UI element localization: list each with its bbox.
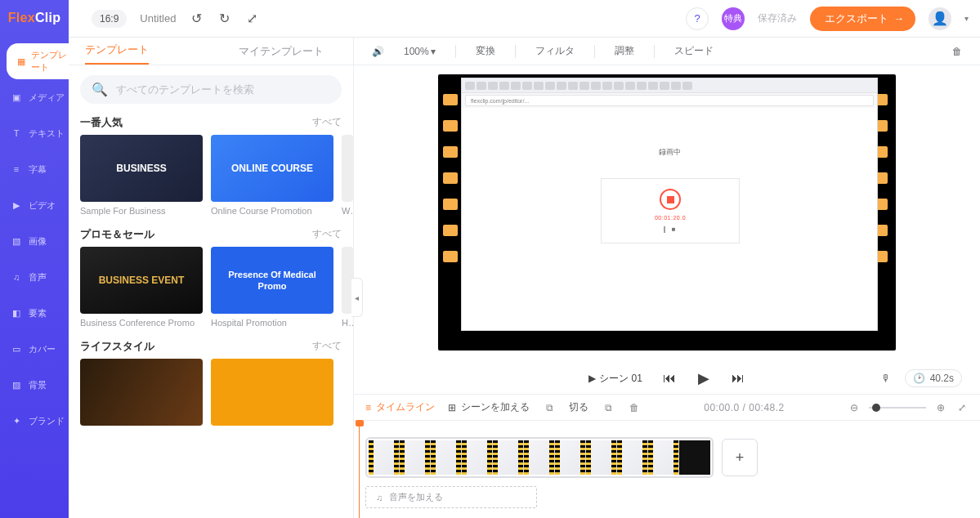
zoom-out-button[interactable]: ⊖: [848, 401, 861, 414]
template-thumb: Presence Of Medical Promo: [211, 247, 333, 314]
sidebar-item-template[interactable]: ▦テンプレート: [7, 43, 69, 79]
media-icon: ▣: [10, 91, 23, 104]
timeline[interactable]: + ♫音声を加える: [354, 420, 980, 518]
clip[interactable]: [617, 440, 648, 475]
filter-button[interactable]: フィルタ: [535, 44, 575, 58]
category-title: ライフスタイル: [80, 339, 154, 354]
add-scene-tile[interactable]: +: [722, 439, 758, 476]
promo-button[interactable]: 特典: [722, 7, 745, 30]
mic-button[interactable]: 🎙: [879, 371, 893, 386]
project-title[interactable]: Untitled: [140, 12, 176, 25]
sidebar-item-element[interactable]: ◧要素: [0, 295, 69, 331]
add-audio-slot[interactable]: ♫音声を加える: [365, 486, 537, 508]
template-search[interactable]: 🔍: [80, 75, 342, 104]
timeline-icon: ≡: [365, 402, 371, 413]
user-avatar[interactable]: 👤: [929, 7, 951, 30]
zoom-slider[interactable]: [869, 407, 926, 409]
next-button[interactable]: ⏭: [731, 371, 745, 386]
export-button[interactable]: エクスポート→: [810, 7, 915, 31]
category-all-link[interactable]: すべて: [312, 115, 342, 130]
templates-panel: テンプレート マイテンプレート 🔍 一番人気すべて BUSINESSSample…: [69, 38, 354, 518]
recording-controls: ‖ ■: [663, 226, 677, 233]
sidebar-item-subtitle[interactable]: ≡字幕: [0, 151, 69, 187]
sidebar-item-background[interactable]: ▨背景: [0, 367, 69, 403]
clip[interactable]: [369, 440, 400, 475]
clip[interactable]: [586, 440, 617, 475]
play-button[interactable]: ▶: [696, 371, 711, 386]
template-card[interactable]: Presence Of Medical PromoHospital Promot…: [211, 247, 333, 328]
zoom-select[interactable]: 100%▾: [404, 46, 436, 57]
sidebar-item-video[interactable]: ▶ビデオ: [0, 187, 69, 223]
fit-button[interactable]: ⤢: [955, 401, 969, 414]
clip[interactable]: [462, 440, 493, 475]
clip[interactable]: [679, 440, 710, 475]
element-icon: ◧: [10, 306, 23, 319]
template-thumb: BUSINESS EVENT: [80, 247, 203, 314]
preview-canvas[interactable]: flexclip.com/jp/editor/... 録画中 00:01:20.…: [438, 74, 896, 351]
template-thumb: [80, 359, 203, 426]
template-card[interactable]: ONLINE COURSEOnline Course Promotion: [211, 135, 333, 216]
save-status: 保存済み: [758, 11, 797, 25]
clip[interactable]: [648, 440, 679, 475]
sidebar-item-media[interactable]: ▣メディア: [0, 79, 69, 115]
clip[interactable]: [493, 440, 524, 475]
convert-button[interactable]: 変換: [476, 44, 495, 58]
timeline-tab[interactable]: ≡タイムライン: [365, 400, 435, 414]
clip[interactable]: [431, 440, 462, 475]
template-thumb-peek: [342, 135, 353, 202]
clip[interactable]: [400, 440, 431, 475]
music-icon: ♫: [376, 493, 383, 502]
template-card[interactable]: BUSINESSSample For Business: [80, 135, 203, 216]
add-scene-button[interactable]: ⊞シーンを加える: [448, 400, 530, 414]
prev-button[interactable]: ⏮: [662, 371, 677, 386]
clip-group[interactable]: [365, 437, 714, 478]
adjust-button[interactable]: 調整: [615, 44, 634, 58]
sidebar-item-image[interactable]: ▧画像: [0, 223, 69, 259]
zoom-in-button[interactable]: ⊕: [934, 401, 947, 414]
plus-box-icon: ⊞: [448, 402, 456, 413]
search-input[interactable]: [116, 83, 330, 96]
redo-button[interactable]: ↻: [217, 11, 231, 26]
volume-button[interactable]: 🔊: [372, 46, 384, 57]
delete-button[interactable]: 🗑: [952, 46, 962, 57]
tab-my-templates[interactable]: マイテンプレート: [239, 44, 324, 65]
duration-pill[interactable]: 🕑40.2s: [905, 369, 962, 387]
help-button[interactable]: ?: [686, 7, 709, 30]
sidebar-item-cover[interactable]: ▭カバー: [0, 331, 69, 367]
split-button[interactable]: 切る: [569, 400, 588, 414]
speed-button[interactable]: スピード: [674, 44, 714, 58]
template-card[interactable]: [80, 359, 203, 426]
scene-selector[interactable]: ▶ シーン 01: [588, 372, 642, 386]
aspect-ratio-button[interactable]: 16:9: [92, 10, 127, 28]
template-thumb: [211, 359, 333, 426]
logo: FlexClip: [8, 11, 61, 25]
sidebar-item-audio[interactable]: ♫音声: [0, 259, 69, 295]
sidebar-item-brand[interactable]: ✦ブランド: [0, 403, 69, 439]
cover-icon: ▭: [10, 342, 23, 355]
category-all-link[interactable]: すべて: [312, 227, 342, 242]
brand-icon: ✦: [10, 414, 23, 427]
top-bar: 16:9 Untitled ↺ ↻ ⤢ ? 特典 保存済み エクスポート→ 👤 …: [69, 0, 980, 38]
delete-clip-button[interactable]: 🗑: [628, 401, 641, 414]
template-card[interactable]: We: [342, 135, 353, 216]
template-card[interactable]: [211, 359, 333, 426]
undo-button[interactable]: ↺: [189, 11, 204, 26]
sidebar-item-text[interactable]: Tテキスト: [0, 115, 69, 151]
tab-templates[interactable]: テンプレート: [85, 42, 149, 65]
template-card[interactable]: BUSINESS EVENTBusiness Conference Promo: [80, 247, 203, 328]
preview-area: flexclip.com/jp/editor/... 録画中 00:01:20.…: [354, 65, 980, 363]
copy-button[interactable]: ⧉: [543, 401, 556, 414]
search-icon: 🔍: [92, 82, 108, 97]
recording-title: 録画中: [462, 147, 877, 158]
clock-icon: 🕑: [913, 373, 925, 384]
category-all-link[interactable]: すべて: [312, 339, 342, 354]
category-title: プロモ＆セール: [80, 227, 154, 242]
clip[interactable]: [524, 440, 555, 475]
template-thumb: BUSINESS: [80, 135, 203, 202]
chevron-down-icon[interactable]: ▾: [964, 14, 969, 23]
category-title: 一番人気: [80, 115, 123, 130]
fullscreen-button[interactable]: ⤢: [244, 11, 259, 26]
clip[interactable]: [555, 440, 586, 475]
playhead[interactable]: [359, 421, 360, 518]
duplicate-button[interactable]: ⧉: [602, 401, 615, 414]
